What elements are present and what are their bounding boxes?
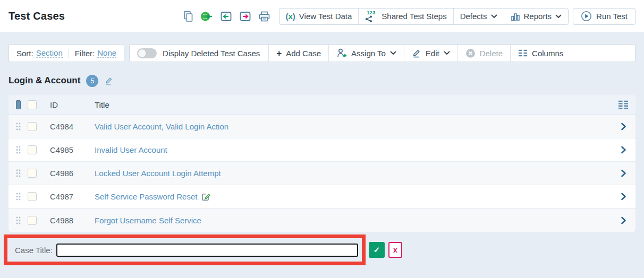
chevron-down-icon — [390, 51, 396, 55]
case-toolbar: Sort: Section Filter: None Display Delet… — [9, 44, 635, 62]
filter-value-link[interactable]: None — [97, 48, 116, 58]
header-button-group: (x) View Test Data 123 Shared Test Steps… — [279, 8, 569, 25]
header-icon-toolbar — [183, 11, 270, 22]
view-test-data-label: View Test Data — [299, 12, 352, 21]
sort-value-link[interactable]: Section — [36, 48, 63, 58]
table-row[interactable]: C4988 Forgot Username Self Service — [9, 209, 635, 232]
row-checkbox[interactable] — [28, 169, 37, 178]
toggle-knob — [138, 49, 146, 57]
columns-icon — [518, 49, 528, 57]
case-id: C4988 — [50, 216, 95, 225]
annotation-highlight-box: Case Title: — [4, 234, 366, 265]
assign-to-dropdown[interactable]: Assign To — [328, 45, 404, 62]
case-id: C4987 — [50, 192, 95, 201]
import-icon[interactable] — [220, 11, 232, 22]
bar-chart-icon — [511, 12, 520, 21]
drag-handle-icon[interactable] — [16, 216, 21, 224]
section-count-badge: 5 — [86, 75, 98, 87]
row-checkbox[interactable] — [28, 192, 37, 201]
divider — [69, 49, 69, 58]
display-deleted-toggle[interactable] — [137, 48, 157, 58]
reports-label: Reports — [524, 12, 552, 21]
print-icon[interactable] — [258, 11, 270, 22]
page-title: Test Cases — [9, 10, 65, 22]
defects-dropdown[interactable]: Defects — [454, 8, 504, 24]
table-row[interactable]: C4986 Locked User Account Login Attempt — [9, 162, 635, 185]
select-all-checkbox[interactable] — [28, 100, 37, 109]
assign-to-label: Assign To — [351, 49, 386, 58]
case-title-label: Case Title: — [15, 246, 53, 255]
shared-test-steps-label: Shared Test Steps — [382, 12, 446, 21]
chevron-right-icon[interactable] — [621, 193, 626, 201]
column-settings-icon[interactable] — [617, 100, 629, 109]
case-title-input[interactable] — [56, 244, 358, 257]
play-circle-icon — [581, 11, 592, 22]
actions-box: Display Deleted Test Cases + Add Case As… — [129, 44, 635, 62]
columns-button[interactable]: Columns — [510, 45, 571, 62]
edit-dropdown[interactable]: Edit — [404, 45, 457, 62]
section-marker-icon — [16, 100, 21, 109]
copy-from-project-icon[interactable] — [200, 11, 213, 22]
confirm-button[interactable]: ✓ — [369, 242, 385, 258]
display-deleted-label: Display Deleted Test Cases — [163, 49, 260, 58]
sort-filter-box: Sort: Section Filter: None — [9, 44, 124, 62]
filter-label: Filter: — [75, 49, 95, 58]
case-id: C4986 — [50, 169, 95, 178]
check-icon: ✓ — [374, 245, 380, 255]
delete-label: Delete — [480, 49, 503, 58]
case-title-link[interactable]: Self Service Password Reset — [95, 192, 197, 201]
drag-handle-icon[interactable] — [16, 123, 21, 131]
drag-handle-icon[interactable] — [16, 146, 21, 154]
delete-circle-x-icon — [465, 48, 476, 58]
add-case-label: Add Case — [286, 49, 321, 58]
run-test-button[interactable]: Run Test — [573, 8, 635, 25]
cancel-button[interactable]: x — [388, 242, 402, 258]
case-title-link[interactable]: Locked User Account Login Attempt — [95, 169, 221, 178]
row-checkbox[interactable] — [28, 216, 37, 225]
reports-dropdown[interactable]: Reports — [504, 8, 569, 24]
case-title-link[interactable]: Forgot Username Self Service — [95, 216, 201, 225]
run-test-label: Run Test — [596, 12, 628, 21]
doc-edit-icon — [201, 192, 210, 201]
chevron-down-icon — [444, 51, 450, 55]
case-id: C4985 — [50, 145, 95, 154]
drag-handle-icon[interactable] — [16, 193, 21, 201]
page-header: Test Cases (x) View Test Data 123 Shared — [0, 0, 644, 33]
column-header-title[interactable]: Title — [95, 100, 611, 109]
shared-test-steps-button[interactable]: 123 Shared Test Steps — [359, 8, 453, 24]
table-row[interactable]: C4984 Valid User Account, Valid Login Ac… — [9, 115, 635, 138]
section-header: Login & Account 5 — [9, 74, 635, 88]
columns-label: Columns — [532, 49, 563, 58]
chevron-right-icon[interactable] — [621, 216, 626, 224]
table-row[interactable]: C4985 Invalid User Account — [9, 138, 635, 162]
chevron-right-icon[interactable] — [621, 169, 626, 177]
chevron-down-icon — [555, 14, 562, 19]
edit-label: Edit — [426, 49, 439, 58]
header-select-cell — [9, 100, 28, 109]
section-edit-pencil-icon[interactable] — [104, 76, 114, 85]
table-row[interactable]: C4987 Self Service Password Reset — [9, 185, 635, 209]
edit-pencil-icon — [412, 48, 421, 58]
export-icon[interactable] — [239, 11, 251, 22]
copy-icon[interactable] — [183, 11, 193, 22]
sort-label: Sort: — [16, 49, 33, 58]
delete-button[interactable]: Delete — [457, 45, 510, 62]
view-test-data-icon: (x) — [286, 12, 295, 21]
chevron-right-icon[interactable] — [621, 123, 626, 131]
case-title-link[interactable]: Invalid User Account — [95, 145, 167, 154]
row-checkbox[interactable] — [28, 122, 37, 131]
chevron-right-icon[interactable] — [621, 146, 626, 154]
test-case-table: ID Title C4984 Valid User Account, Valid… — [9, 95, 635, 232]
drag-handle-icon[interactable] — [16, 169, 21, 177]
assign-person-icon — [336, 48, 347, 58]
x-icon: x — [393, 246, 397, 254]
defects-label: Defects — [460, 12, 487, 21]
shared-steps-icon: 123 — [365, 11, 378, 22]
case-id: C4984 — [50, 122, 95, 131]
case-title-link[interactable]: Valid User Account, Valid Login Action — [95, 122, 228, 131]
row-checkbox[interactable] — [28, 145, 37, 154]
column-header-id[interactable]: ID — [50, 100, 95, 109]
add-case-button[interactable]: + Add Case — [268, 45, 328, 62]
view-test-data-button[interactable]: (x) View Test Data — [279, 8, 359, 24]
plus-icon: + — [276, 49, 282, 58]
